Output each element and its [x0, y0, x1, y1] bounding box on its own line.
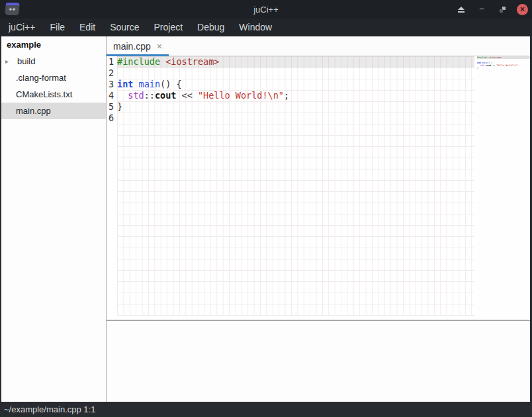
- tabbar: main.cpp ×: [107, 36, 530, 56]
- tree-item-label: CMakeLists.txt: [16, 86, 72, 103]
- code-token: [133, 79, 138, 89]
- content-area: example ▸ build .clang-format CMakeLists…: [0, 36, 532, 402]
- window-controls: − ×: [455, 0, 528, 19]
- code-token: ;: [284, 90, 289, 101]
- tab-main-cpp[interactable]: main.cpp ×: [107, 36, 169, 56]
- code-token: std: [128, 90, 144, 101]
- code-editor[interactable]: 123456 #include <iostream>int main() { s…: [107, 56, 530, 318]
- code-token: <<: [176, 90, 198, 101]
- shade-button[interactable]: [455, 3, 467, 15]
- code-line[interactable]: std::cout << "Hello World!\n";: [117, 90, 474, 101]
- code-token: }: [477, 67, 478, 70]
- line-number: 2: [107, 68, 117, 79]
- code-token: [117, 90, 128, 101]
- app-window: ++ juCi++ − × juCi++ File Edit: [0, 0, 532, 417]
- tree-item-main-cpp[interactable]: main.cpp: [1, 103, 106, 119]
- code-line[interactable]: #include <iostream>: [117, 56, 474, 68]
- code-token: main: [139, 79, 161, 89]
- menu-debug[interactable]: Debug: [190, 19, 232, 36]
- window-title: juCi++: [0, 5, 532, 15]
- line-number-gutter: 123456: [107, 56, 117, 318]
- maximize-button[interactable]: [496, 3, 508, 15]
- output-panel[interactable]: [107, 321, 530, 402]
- line-number: 3: [107, 79, 117, 90]
- code-token: "Hello World!\n": [496, 64, 517, 67]
- statusbar-file-position: ~/example/main.cpp 1:1: [4, 404, 95, 414]
- line-number: 6: [107, 113, 117, 124]
- close-icon: ×: [520, 4, 525, 15]
- menu-file[interactable]: File: [42, 19, 72, 36]
- code-token: }: [117, 101, 122, 112]
- tab-close-icon[interactable]: ×: [157, 42, 162, 51]
- maximize-icon: [500, 7, 506, 13]
- close-button[interactable]: ×: [517, 4, 528, 15]
- tree-item-label: main.cpp: [16, 103, 51, 119]
- menubar: juCi++ File Edit Source Project Debug Wi…: [0, 19, 532, 36]
- tree-item-cmakelists[interactable]: CMakeLists.txt: [1, 86, 106, 103]
- code-text-area[interactable]: #include <iostream>int main() { std::cou…: [117, 56, 474, 316]
- code-line[interactable]: [117, 68, 474, 79]
- menu-window[interactable]: Window: [232, 19, 279, 36]
- tree-item-label: build: [17, 53, 35, 70]
- tree-root-folder[interactable]: example: [1, 36, 106, 53]
- tree-item-label: .clang-format: [16, 70, 66, 86]
- menu-jucipp[interactable]: juCi++: [1, 19, 42, 36]
- code-line[interactable]: int main() {: [117, 79, 474, 90]
- code-token: "Hello World!\n": [198, 90, 284, 101]
- code-token: cout: [155, 90, 177, 101]
- tree-item-clang-format[interactable]: .clang-format: [1, 70, 106, 86]
- line-number: 5: [107, 101, 117, 113]
- code-token: #include: [477, 56, 488, 59]
- editor-column: main.cpp × 123456 #include <iostream>int…: [107, 36, 530, 402]
- file-tree-sidebar: example ▸ build .clang-format CMakeLists…: [1, 36, 107, 402]
- eject-icon: [458, 7, 465, 13]
- code-token: [160, 56, 165, 67]
- code-token: () {: [160, 79, 182, 89]
- line-number: 4: [107, 90, 117, 101]
- chevron-right-icon[interactable]: ▸: [5, 53, 16, 70]
- app-logo-icon: ++: [5, 3, 20, 15]
- menu-source[interactable]: Source: [103, 19, 146, 36]
- code-token: int: [117, 79, 133, 89]
- code-line[interactable]: [117, 113, 474, 124]
- minimize-button[interactable]: −: [476, 3, 488, 15]
- code-token: <iostream>: [489, 56, 502, 59]
- code-line[interactable]: }: [117, 101, 474, 113]
- code-token: ;: [517, 64, 518, 67]
- code-token: #include: [117, 56, 160, 67]
- statusbar: ~/example/main.cpp 1:1: [0, 402, 532, 417]
- code-token: cout: [486, 64, 492, 67]
- tree-item-build[interactable]: ▸ build: [1, 53, 106, 70]
- menu-project[interactable]: Project: [147, 19, 191, 36]
- minimap-line: [477, 70, 530, 72]
- titlebar[interactable]: ++ juCi++ − ×: [0, 0, 532, 19]
- line-number: 1: [107, 56, 117, 68]
- code-token: <iostream>: [165, 56, 219, 67]
- minimap-content: #include <iostream>int main() { std::cou…: [477, 56, 530, 72]
- code-token: ::: [144, 90, 155, 101]
- code-token: <<: [491, 64, 496, 67]
- tab-label: main.cpp: [113, 41, 151, 52]
- minimize-icon: −: [479, 6, 484, 13]
- minimap[interactable]: #include <iostream>int main() { std::cou…: [477, 56, 530, 318]
- menu-edit[interactable]: Edit: [72, 19, 103, 36]
